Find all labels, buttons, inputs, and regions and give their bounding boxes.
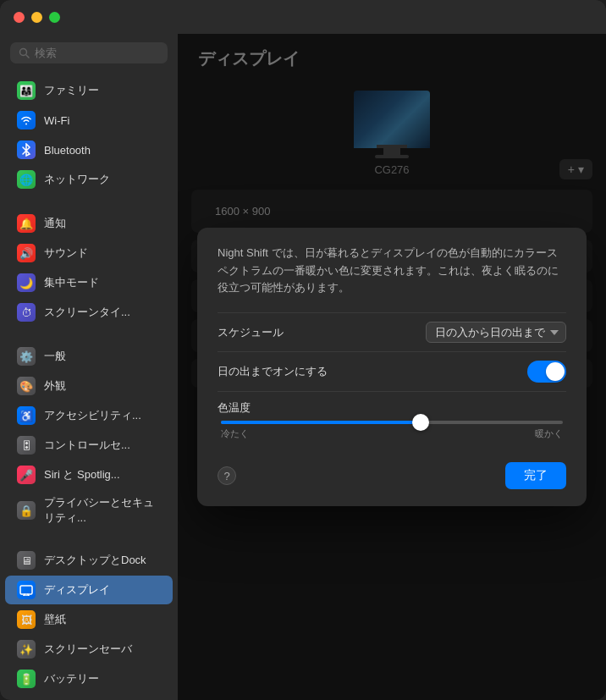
- sidebar-item-label: ファミリー: [44, 83, 99, 98]
- display-icon: [17, 581, 36, 599]
- color-temp-slider-container: 冷たく 暖かく: [218, 421, 566, 440]
- sidebar-item-notifications[interactable]: 🔔 通知: [5, 209, 173, 238]
- sidebar-item-label: Siri と Spotlig...: [44, 467, 120, 482]
- family-icon: 👨‍👩‍👧: [17, 81, 36, 100]
- sidebar-item-desktop-dock[interactable]: 🖥 デスクトップとDock: [5, 546, 173, 575]
- traffic-lights: [14, 12, 60, 23]
- schedule-row: スケジュール 日の入から日の出まで: [218, 312, 566, 351]
- siri-icon: 🎤: [17, 466, 36, 484]
- sidebar-item-sound[interactable]: 🔊 サウンド: [5, 239, 173, 267]
- sound-icon: 🔊: [17, 244, 36, 262]
- modal-description: Night Shift では、日が暮れるとディスプレイの色が自動的にカラースペク…: [218, 245, 566, 297]
- titlebar: [0, 0, 606, 34]
- sidebar-item-wallpaper[interactable]: 🖼 壁紙: [5, 605, 173, 634]
- schedule-select[interactable]: 日の入から日の出まで: [426, 322, 566, 343]
- sidebar-item-label: ディスプレイ: [44, 582, 110, 598]
- sidebar-item-label: Bluetooth: [44, 144, 91, 157]
- sidebar-item-family[interactable]: 👨‍👩‍👧 ファミリー: [5, 76, 173, 105]
- minimize-button[interactable]: [31, 12, 42, 23]
- sunrise-toggle[interactable]: [527, 361, 566, 383]
- color-temp-label: 色温度: [218, 400, 566, 416]
- sidebar-item-label: プライバシーとセキュリティ...: [44, 495, 161, 526]
- sidebar-item-bluetooth[interactable]: Bluetooth: [5, 135, 173, 164]
- svg-rect-2: [20, 586, 32, 594]
- privacy-icon: 🔒: [17, 501, 36, 520]
- wallpaper-icon: 🖼: [17, 610, 36, 629]
- sidebar-item-general[interactable]: ⚙️ 一般: [5, 342, 173, 371]
- sidebar-item-label: 一般: [44, 349, 66, 364]
- main-panel: ディスプレイ CG276 + ▾ 1600 × 900 ディスプレイ: [178, 34, 606, 700]
- sidebar-item-label: アクセシビリティ...: [44, 408, 141, 423]
- sidebar-item-label: スクリーンタイ...: [44, 305, 130, 320]
- focus-icon: 🌙: [17, 273, 36, 292]
- screensaver-icon: ✨: [17, 640, 36, 659]
- sidebar-item-focus[interactable]: 🌙 集中モード: [5, 268, 173, 297]
- search-box[interactable]: [10, 42, 168, 63]
- svg-point-0: [20, 49, 27, 56]
- sidebar-item-label: サウンド: [44, 245, 88, 261]
- general-icon: ⚙️: [17, 347, 36, 366]
- help-button[interactable]: ?: [218, 466, 236, 485]
- appearance-icon: 🎨: [17, 377, 36, 395]
- notify-icon: 🔔: [17, 214, 36, 233]
- network-icon: 🌐: [17, 170, 36, 189]
- sidebar-item-screensaver[interactable]: ✨ スクリーンセーバ: [5, 635, 173, 664]
- sidebar-item-label: バッテリー: [44, 671, 99, 686]
- slider-fill: [221, 421, 419, 424]
- sidebar-item-control[interactable]: 🎛 コントロールセ...: [5, 431, 173, 460]
- sidebar-group-1: 👨‍👩‍👧 ファミリー Wi-Fi: [0, 75, 178, 195]
- desk-icon: 🖥: [17, 551, 36, 570]
- wifi-icon: [17, 111, 36, 130]
- sidebar-item-label: デスクトップとDock: [44, 553, 146, 568]
- svg-line-1: [26, 55, 29, 58]
- sidebar-item-label: 外観: [44, 378, 66, 394]
- sidebar-item-siri[interactable]: 🎤 Siri と Spotlig...: [5, 460, 173, 489]
- modal-overlay: Night Shift では、日が暮れるとディスプレイの色が自動的にカラースペク…: [178, 34, 606, 700]
- maximize-button[interactable]: [49, 12, 60, 23]
- sidebar-item-label: コントロールセ...: [44, 438, 130, 453]
- modal-footer: ? 完了: [218, 462, 566, 489]
- toggle-row: 日の出までオンにする: [218, 351, 566, 391]
- screentime-icon: ⏱: [17, 303, 36, 322]
- sidebar-item-privacy[interactable]: 🔒 プライバシーとセキュリティ...: [5, 490, 173, 531]
- night-shift-modal: Night Shift では、日が暮れるとディスプレイの色が自動的にカラースペク…: [197, 228, 587, 506]
- done-button[interactable]: 完了: [505, 462, 566, 489]
- sidebar-item-label: 壁紙: [44, 612, 66, 627]
- slider-labels: 冷たく 暖かく: [221, 427, 563, 440]
- sidebar-item-screentime[interactable]: ⏱ スクリーンタイ...: [5, 298, 173, 327]
- window: 👨‍👩‍👧 ファミリー Wi-Fi: [0, 0, 606, 700]
- accessibility-icon: ♿: [17, 406, 36, 425]
- slider-cold-label: 冷たく: [221, 427, 249, 440]
- search-input[interactable]: [35, 47, 159, 59]
- sidebar-item-display[interactable]: ディスプレイ: [5, 576, 173, 604]
- sidebar-group-2: 🔔 通知 🔊 サウンド 🌙 集中モード ⏱ スクリーンタイ...: [0, 208, 178, 328]
- sidebar-item-network[interactable]: 🌐 ネットワーク: [5, 165, 173, 194]
- color-temp-row: 色温度 冷たく 暖かく: [218, 391, 566, 449]
- sidebar-group-3: ⚙️ 一般 🎨 外観 ♿ アクセシビリティ... 🎛 コントロールセ... 🎤: [0, 341, 178, 532]
- close-button[interactable]: [14, 12, 25, 23]
- sidebar-item-battery[interactable]: 🔋 バッテリー: [5, 664, 173, 693]
- slider-track: [221, 421, 563, 424]
- sidebar-item-label: 集中モード: [44, 275, 99, 290]
- slider-warm-label: 暖かく: [535, 427, 563, 440]
- control-icon: 🎛: [17, 436, 36, 455]
- bluetooth-icon: [17, 141, 36, 159]
- sidebar-item-label: 通知: [44, 216, 66, 231]
- sidebar-item-appearance[interactable]: 🎨 外観: [5, 372, 173, 400]
- sidebar-item-accessibility[interactable]: ♿ アクセシビリティ...: [5, 401, 173, 430]
- sidebar-group-4: 🖥 デスクトップとDock ディスプレイ 🖼: [0, 545, 178, 694]
- sidebar-item-label: ネットワーク: [44, 172, 110, 187]
- sidebar-item-label: Wi-Fi: [44, 114, 69, 127]
- toggle-label: 日の出までオンにする: [218, 364, 328, 379]
- sidebar: 👨‍👩‍👧 ファミリー Wi-Fi: [0, 34, 178, 700]
- sidebar-item-wifi[interactable]: Wi-Fi: [5, 106, 173, 135]
- battery-icon: 🔋: [17, 670, 36, 688]
- sidebar-item-label: スクリーンセーバ: [44, 642, 132, 657]
- schedule-label: スケジュール: [218, 325, 284, 340]
- window-content: 👨‍👩‍👧 ファミリー Wi-Fi: [0, 34, 606, 700]
- search-icon: [19, 47, 30, 58]
